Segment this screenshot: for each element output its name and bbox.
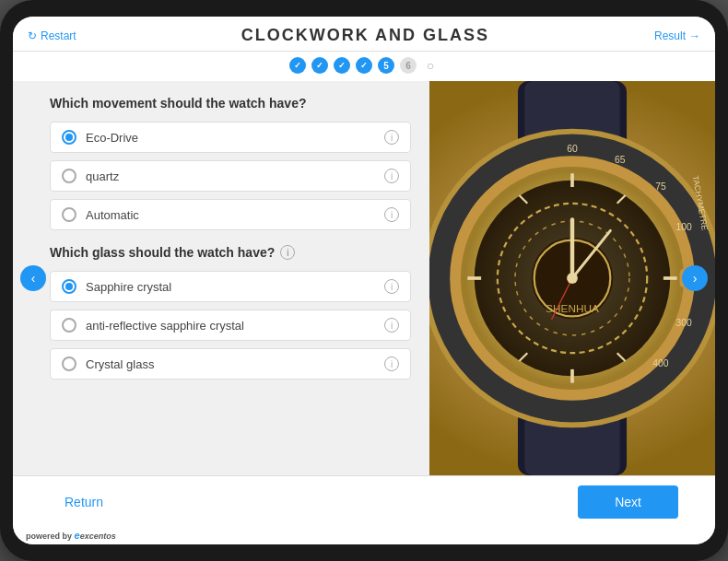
svg-text:400: 400 [652, 358, 668, 368]
svg-point-27 [567, 273, 578, 284]
option-quartz-label: quartz [86, 169, 119, 183]
option-eco-drive-label: Eco-Drive [86, 131, 138, 145]
step-1[interactable]: ✓ [289, 57, 306, 74]
svg-text:SHENHUA: SHENHUA [546, 302, 599, 315]
question-movement-label: Which movement should the watch have? [50, 96, 411, 111]
result-arrow-icon: → [689, 29, 700, 42]
step-3[interactable]: ✓ [334, 57, 350, 74]
step-7[interactable]: ○ [422, 57, 439, 74]
powered-by-label: powered by [26, 532, 72, 541]
step-6[interactable]: 6 [400, 57, 417, 74]
question-movement: Which movement should the watch have? Ec… [50, 96, 411, 230]
info-automatic-icon[interactable]: i [384, 207, 399, 222]
info-crystal-glass-icon[interactable]: i [384, 356, 399, 371]
powered-by: powered by eexcentos [13, 528, 715, 544]
info-sapphire-icon[interactable]: i [384, 279, 399, 294]
progress-bar: ✓ ✓ ✓ ✓ 5 6 ○ [13, 52, 715, 81]
option-automatic-label: Automatic [86, 208, 139, 222]
option-eco-drive[interactable]: Eco-Drive i [50, 122, 411, 153]
radio-automatic [62, 207, 76, 222]
header: ↻ Restart CLOCKWORK AND GLASS Result → [13, 17, 715, 52]
watch-image: SHENHUA 60 65 75 100 200 300 400 TACHYM [429, 81, 715, 475]
question-glass: Which glass should the watch have? i Sap… [50, 245, 411, 380]
left-arrow-icon: ‹ [31, 271, 36, 286]
restart-label: Restart [41, 29, 76, 42]
svg-text:75: 75 [655, 181, 666, 192]
screen: ↻ Restart CLOCKWORK AND GLASS Result → ✓… [13, 17, 715, 544]
tablet-frame: ↻ Restart CLOCKWORK AND GLASS Result → ✓… [0, 0, 728, 561]
radio-eco-drive [62, 130, 76, 145]
svg-text:65: 65 [615, 155, 626, 165]
radio-anti-reflective [62, 318, 76, 333]
info-eco-drive-icon[interactable]: i [384, 130, 399, 145]
svg-text:60: 60 [567, 144, 578, 154]
restart-icon: ↻ [28, 29, 37, 42]
info-glass-question-icon[interactable]: i [280, 245, 295, 260]
step-2-check: ✓ [316, 61, 323, 70]
result-label: Result [654, 29, 686, 42]
info-quartz-icon[interactable]: i [384, 169, 399, 183]
step-3-check: ✓ [338, 61, 346, 70]
option-sapphire[interactable]: Sapphire crystal i [50, 271, 411, 302]
return-button[interactable]: Return [50, 487, 118, 517]
option-sapphire-label: Sapphire crystal [86, 280, 171, 294]
left-panel: Which movement should the watch have? Ec… [13, 81, 429, 475]
step-4[interactable]: ✓ [356, 57, 372, 74]
next-button[interactable]: Next [578, 485, 678, 519]
right-arrow-icon: › [693, 271, 698, 286]
svg-text:100: 100 [675, 222, 691, 232]
footer: Return Next [13, 475, 715, 528]
step-4-check: ✓ [360, 61, 368, 70]
option-crystal-glass-label: Crystal glass [86, 357, 154, 371]
question-glass-label: Which glass should the watch have? i [50, 245, 411, 260]
radio-crystal-glass [62, 356, 76, 371]
content-area: ‹ Which movement should the watch have? … [13, 81, 715, 475]
info-anti-reflective-icon[interactable]: i [384, 318, 399, 333]
option-quartz[interactable]: quartz i [50, 160, 411, 192]
step-5[interactable]: 5 [378, 57, 394, 74]
result-button[interactable]: Result → [654, 29, 700, 42]
option-anti-reflective[interactable]: anti-reflective sapphire crystal i [50, 310, 411, 341]
option-crystal-glass[interactable]: Crystal glass i [50, 348, 411, 380]
option-anti-reflective-label: anti-reflective sapphire crystal [86, 319, 244, 333]
prev-arrow-button[interactable]: ‹ [20, 265, 46, 291]
step-2[interactable]: ✓ [311, 57, 328, 74]
next-arrow-button[interactable]: › [682, 265, 708, 291]
restart-button[interactable]: ↻ Restart [28, 29, 76, 42]
radio-sapphire [62, 279, 76, 294]
step-1-check: ✓ [294, 61, 301, 70]
brand-name: eexcentos [75, 532, 116, 541]
watch-image-panel: SHENHUA 60 65 75 100 200 300 400 TACHYM [429, 81, 715, 475]
svg-text:300: 300 [675, 318, 691, 328]
radio-quartz [62, 169, 76, 183]
option-automatic[interactable]: Automatic i [50, 199, 411, 230]
page-title: CLOCKWORK AND GLASS [76, 26, 654, 45]
